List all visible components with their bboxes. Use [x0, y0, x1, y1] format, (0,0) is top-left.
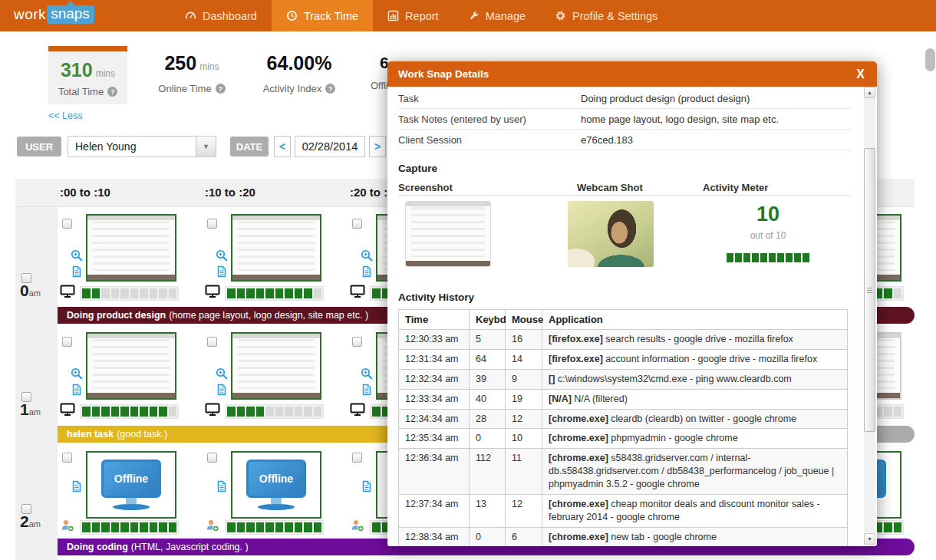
- capture-webcam-thumbnail[interactable]: [568, 201, 654, 267]
- snapshot-thumbnail[interactable]: [231, 214, 321, 282]
- snap-checkbox[interactable]: [207, 337, 217, 347]
- worksnaps-logo[interactable]: work snaps: [14, 5, 94, 24]
- history-row: 12:32:34 am399[] c:\windows\system32\cmd…: [399, 369, 848, 389]
- activity-segment: [894, 288, 902, 298]
- nav-item-profile-settings[interactable]: Profile & Settings: [540, 0, 672, 31]
- notes-icon[interactable]: [71, 480, 83, 492]
- snap-cell: [58, 207, 203, 306]
- snap-checkbox[interactable]: [207, 219, 217, 229]
- help-icon[interactable]: ?: [325, 84, 335, 94]
- history-row: 12:38:34 am06[chrome.exe] new tab - goog…: [399, 527, 848, 546]
- notes-icon[interactable]: [361, 480, 373, 492]
- activity-segment: [295, 288, 303, 298]
- activity-segment: [285, 407, 293, 417]
- activity-index-label: Activity Index: [263, 83, 322, 94]
- snap-checkbox[interactable]: [62, 337, 72, 347]
- zoom-icon[interactable]: [216, 367, 228, 380]
- activity-segment: [275, 288, 284, 298]
- user-select[interactable]: Helen Young ▼: [68, 136, 216, 157]
- scroll-up-icon[interactable]: ▲: [864, 87, 875, 98]
- activity-segment: [159, 288, 167, 298]
- help-icon[interactable]: ?: [216, 84, 226, 94]
- history-row: 12:31:34 am6414[firefox.exe] account inf…: [399, 349, 848, 369]
- zoom-icon[interactable]: [71, 249, 83, 262]
- snap-checkbox[interactable]: [62, 453, 72, 463]
- activity-segment: [159, 407, 167, 417]
- activity-index-value: 64.00%: [267, 52, 332, 74]
- close-icon[interactable]: X: [856, 68, 877, 81]
- nav-item-label: Track Time: [304, 10, 358, 22]
- activity-bar: [225, 404, 324, 419]
- activity-bar: [80, 286, 179, 301]
- notes-icon[interactable]: [361, 265, 373, 278]
- activity-segment: [111, 407, 120, 417]
- activity-segment: [150, 407, 158, 417]
- notes-icon[interactable]: [71, 265, 83, 278]
- grid-col-header: :10 to :20: [205, 186, 255, 199]
- snapshot-thumbnail[interactable]: [86, 332, 176, 400]
- snapshot-thumbnail[interactable]: [86, 214, 176, 282]
- chevron-down-icon: ▼: [196, 137, 216, 156]
- detail-row: Client Session e76ced.183: [398, 130, 851, 150]
- total-time-unit: mins: [96, 68, 115, 79]
- activity-segment: [227, 288, 236, 298]
- zoom-icon[interactable]: [216, 249, 228, 262]
- activity-segment: [304, 288, 312, 298]
- scroll-down-icon[interactable]: ▼: [864, 533, 875, 545]
- snap-checkbox[interactable]: [352, 337, 362, 347]
- prev-date-button[interactable]: <: [274, 136, 291, 157]
- activity-segment: [372, 522, 381, 532]
- snap-checkbox[interactable]: [352, 219, 362, 229]
- notes-icon[interactable]: [216, 480, 228, 492]
- activity-segment: [169, 407, 177, 417]
- notes-icon[interactable]: [361, 384, 373, 396]
- zoom-icon[interactable]: [71, 367, 83, 380]
- meter-col-header: Activity Meter: [703, 182, 768, 193]
- snap-checkbox[interactable]: [207, 453, 217, 463]
- detail-value: Doing product design (product design): [581, 93, 750, 104]
- date-input[interactable]: [295, 136, 365, 157]
- snap-checkbox[interactable]: [352, 453, 362, 463]
- next-date-button[interactable]: >: [369, 136, 386, 157]
- offline-thumbnail[interactable]: Offline: [86, 451, 176, 519]
- notes-icon[interactable]: [216, 265, 228, 278]
- nav-item-track-time[interactable]: Track Time: [272, 0, 373, 31]
- modal-scrollbar-thumb[interactable]: [864, 148, 875, 432]
- activity-segment: [256, 407, 265, 417]
- total-time-label: Total Time: [58, 86, 104, 97]
- notes-icon[interactable]: [216, 384, 228, 396]
- capture-screenshot-thumbnail[interactable]: [405, 201, 491, 267]
- history-app: [] c:\windows\system32\cmd.exe - ping ww…: [542, 369, 848, 389]
- activity-meter-value: 10: [703, 203, 833, 226]
- history-time: 12:30:33 am: [399, 330, 470, 350]
- meter-segment: [760, 253, 768, 262]
- stat-activity-index: 64.00% Activity Index ?: [246, 52, 353, 94]
- zoom-icon[interactable]: [361, 249, 373, 262]
- history-col-header: Time: [399, 310, 470, 330]
- activity-segment: [159, 522, 167, 532]
- zoom-icon[interactable]: [361, 367, 373, 380]
- history-mouse: 12: [506, 494, 542, 527]
- activity-segment: [169, 288, 177, 298]
- help-icon[interactable]: ?: [107, 87, 117, 97]
- activity-segment: [884, 407, 892, 417]
- activity-segment: [120, 522, 129, 532]
- collapse-less-link[interactable]: << Less: [48, 110, 82, 121]
- nav-item-dashboard[interactable]: Dashboard: [170, 0, 272, 31]
- activity-history-table: TimeKeybdMouseApplication 12:30:33 am516…: [398, 309, 848, 546]
- work-snap-details-modal: Work Snap Details X Task Doing product d…: [387, 61, 877, 546]
- page-scrollbar-thumb[interactable]: [925, 48, 935, 71]
- activity-segment: [265, 522, 274, 532]
- nav-item-label: Manage: [486, 10, 526, 22]
- history-keybd: 5: [470, 330, 506, 350]
- nav-item-manage[interactable]: Manage: [453, 0, 540, 31]
- activity-segment: [111, 522, 120, 532]
- notes-icon[interactable]: [71, 384, 83, 396]
- snap-checkbox[interactable]: [62, 219, 72, 229]
- chart-icon: [387, 10, 399, 21]
- activity-segment: [314, 407, 322, 417]
- nav-item-report[interactable]: Report: [373, 0, 453, 31]
- offline-thumbnail[interactable]: Offline: [231, 451, 321, 519]
- detail-label: Client Session: [398, 134, 581, 146]
- snapshot-thumbnail[interactable]: [231, 332, 321, 400]
